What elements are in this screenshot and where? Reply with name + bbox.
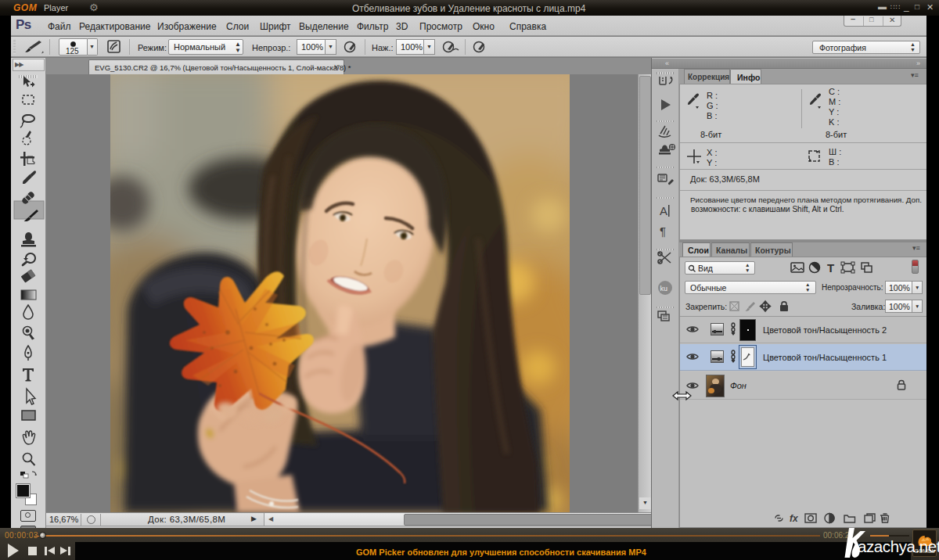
svg-text:fx: fx xyxy=(790,513,799,524)
svg-text:azachya.net: azachya.net xyxy=(858,537,939,555)
svg-text:¶: ¶ xyxy=(660,224,666,238)
svg-text:T: T xyxy=(827,261,834,275)
svg-text:A: A xyxy=(660,204,667,217)
svg-text:ku: ku xyxy=(660,285,668,293)
